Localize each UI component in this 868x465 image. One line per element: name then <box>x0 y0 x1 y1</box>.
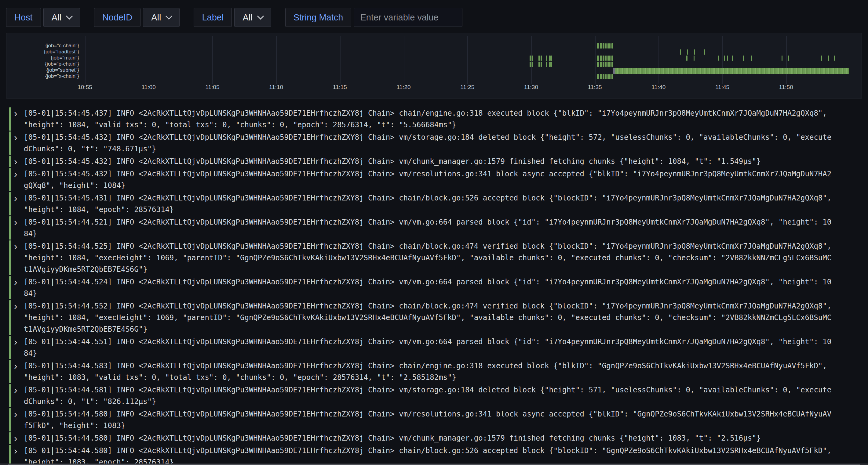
log-line: gQXq8", "height": 1084} <box>24 180 860 191</box>
variable-value-dropdown-nodeid[interactable]: All <box>143 8 180 27</box>
volume-mark <box>680 49 681 55</box>
x-tick-label: 11:00 <box>130 84 167 91</box>
expand-log-chevron-icon[interactable]: › <box>14 240 21 275</box>
volume-mark <box>600 74 602 79</box>
log-line: [05-01|15:54:45.437] INFO <2AcRkXTLLtQjv… <box>24 107 860 119</box>
volume-mark <box>718 56 719 61</box>
log-level-indicator-info <box>9 408 11 431</box>
log-row[interactable]: ›[05-01|15:54:45.432] INFO <2AcRkXTLLtQj… <box>9 132 860 155</box>
volume-mark <box>602 43 605 48</box>
x-tick-label: 11:10 <box>258 84 294 91</box>
log-row[interactable]: ›[05-01|15:54:45.432] INFO <2AcRkXTLLtQj… <box>9 156 860 167</box>
volume-mark <box>609 74 611 79</box>
volume-mark <box>686 56 687 61</box>
expand-log-chevron-icon[interactable]: › <box>14 384 21 407</box>
log-row[interactable]: ›[05-01|15:54:44.580] INFO <2AcRkXTLLtQj… <box>9 432 860 444</box>
volume-mark <box>549 56 550 61</box>
log-row[interactable]: ›[05-01|15:54:44.524] INFO <2AcRkXTLLtQj… <box>9 276 860 299</box>
variable-value-dropdown-label[interactable]: All <box>234 8 271 27</box>
expand-log-chevron-icon[interactable]: › <box>14 445 21 465</box>
log-line: [05-01|15:54:44.580] INFO <2AcRkXTLLtQjv… <box>24 408 860 420</box>
expand-log-chevron-icon[interactable]: › <box>14 300 21 335</box>
x-tick-label: 10:55 <box>67 84 103 91</box>
volume-mark <box>546 62 547 67</box>
log-row[interactable]: ›[05-01|15:54:45.432] INFO <2AcRkXTLLtQj… <box>9 168 860 191</box>
volume-mark <box>612 74 613 79</box>
expand-log-chevron-icon[interactable]: › <box>14 192 21 215</box>
expand-log-chevron-icon[interactable]: › <box>14 336 21 359</box>
log-line: dChunks": 0, "t": "748.671µs"} <box>24 143 860 155</box>
expand-log-chevron-icon[interactable]: › <box>14 360 21 383</box>
volume-mark <box>751 56 752 61</box>
volume-mark <box>530 62 531 67</box>
x-tick-label: 11:15 <box>321 84 358 91</box>
volume-mark <box>550 56 552 61</box>
expand-log-chevron-icon[interactable]: › <box>14 107 21 131</box>
log-message: [05-01|15:54:44.525] INFO <2AcRkXTLLtQjv… <box>24 240 860 275</box>
log-line: [05-01|15:54:44.581] INFO <2AcRkXTLLtQjv… <box>24 384 860 396</box>
volume-mark <box>612 43 613 48</box>
log-line: [05-01|15:54:44.521] INFO <2AcRkXTLLtQjv… <box>24 216 860 228</box>
x-tick-label: 11:40 <box>640 84 677 91</box>
expand-log-chevron-icon[interactable]: › <box>14 156 21 167</box>
expand-log-chevron-icon[interactable]: › <box>14 168 21 191</box>
expand-log-chevron-icon[interactable]: › <box>14 216 21 239</box>
log-row[interactable]: ›[05-01|15:54:44.580] INFO <2AcRkXTLLtQj… <box>9 445 860 465</box>
volume-mark <box>612 56 613 61</box>
log-line: [05-01|15:54:45.432] INFO <2AcRkXTLLtQjv… <box>24 132 860 143</box>
variable-label-label: Label <box>194 8 232 27</box>
log-row[interactable]: ›[05-01|15:54:44.583] INFO <2AcRkXTLLtQj… <box>9 360 860 383</box>
variable-value-dropdown-host[interactable]: All <box>43 8 80 27</box>
volume-mark <box>530 56 531 61</box>
x-tick-label: 11:45 <box>704 84 741 91</box>
log-row[interactable]: ›[05-01|15:54:44.525] INFO <2AcRkXTLLtQj… <box>9 240 860 275</box>
volume-mark <box>597 62 599 67</box>
log-message: [05-01|15:54:45.431] INFO <2AcRkXTLLtQjv… <box>24 192 860 215</box>
x-tick-label: 11:30 <box>513 84 550 91</box>
volume-mark <box>597 74 599 79</box>
string-match-group: String Match <box>285 8 463 27</box>
variable-group-host: HostAll <box>6 8 80 27</box>
x-tick-label: 11:50 <box>768 84 804 91</box>
volume-mark <box>532 62 533 67</box>
log-row[interactable]: ›[05-01|15:54:44.580] INFO <2AcRkXTLLtQj… <box>9 408 860 431</box>
expand-log-chevron-icon[interactable]: › <box>14 276 21 299</box>
log-line: [05-01|15:54:44.551] INFO <2AcRkXTLLtQjv… <box>24 336 860 347</box>
log-row[interactable]: ›[05-01|15:54:44.521] INFO <2AcRkXTLLtQj… <box>9 216 860 239</box>
volume-mark <box>743 56 744 61</box>
volume-mark <box>612 62 613 67</box>
log-level-indicator-info <box>9 300 11 335</box>
volume-mark <box>828 56 829 61</box>
log-message: [05-01|15:54:44.581] INFO <2AcRkXTLLtQjv… <box>24 384 860 407</box>
log-line: [05-01|15:54:44.580] INFO <2AcRkXTLLtQjv… <box>24 445 860 457</box>
log-message: [05-01|15:54:44.552] INFO <2AcRkXTLLtQjv… <box>24 300 860 335</box>
x-gridline <box>404 36 404 84</box>
volume-mark <box>540 62 542 67</box>
log-row[interactable]: ›[05-01|15:54:45.431] INFO <2AcRkXTLLtQj… <box>9 192 860 215</box>
volume-mark <box>727 56 728 61</box>
log-row[interactable]: ›[05-01|15:54:44.551] INFO <2AcRkXTLLtQj… <box>9 336 860 359</box>
string-match-input[interactable] <box>354 8 462 27</box>
variable-group-label: LabelAll <box>194 8 271 27</box>
expand-log-chevron-icon[interactable]: › <box>14 432 21 444</box>
x-tick-label: 11:05 <box>194 84 230 91</box>
x-gridline <box>595 36 595 84</box>
scrollbar-thumb[interactable] <box>8 464 860 465</box>
volume-mark <box>605 62 607 67</box>
expand-log-chevron-icon[interactable]: › <box>14 132 21 155</box>
x-tick-label: 11:20 <box>385 84 422 91</box>
chevron-down-icon <box>257 13 264 20</box>
volume-mark <box>602 62 605 67</box>
log-volume-panel[interactable]: {job="c-chain"} {job="loadtest"} {job="m… <box>6 33 862 99</box>
log-line: "height": 1084, "epoch": 28576314} <box>24 204 860 215</box>
log-row[interactable]: ›[05-01|15:54:44.581] INFO <2AcRkXTLLtQj… <box>9 384 860 407</box>
log-message: [05-01|15:54:44.580] INFO <2AcRkXTLLtQjv… <box>24 445 860 465</box>
log-line: [05-01|15:54:45.432] INFO <2AcRkXTLLtQjv… <box>24 156 860 167</box>
log-row[interactable]: ›[05-01|15:54:45.437] INFO <2AcRkXTLLtQj… <box>9 107 860 131</box>
log-line: [05-01|15:54:44.552] INFO <2AcRkXTLLtQjv… <box>24 300 860 312</box>
log-row[interactable]: ›[05-01|15:54:44.552] INFO <2AcRkXTLLtQj… <box>9 300 860 335</box>
expand-log-chevron-icon[interactable]: › <box>14 408 21 431</box>
horizontal-scrollbar[interactable] <box>0 463 868 465</box>
log-line: [05-01|15:54:45.431] INFO <2AcRkXTLLtQjv… <box>24 192 860 204</box>
x-gridline <box>786 36 787 84</box>
